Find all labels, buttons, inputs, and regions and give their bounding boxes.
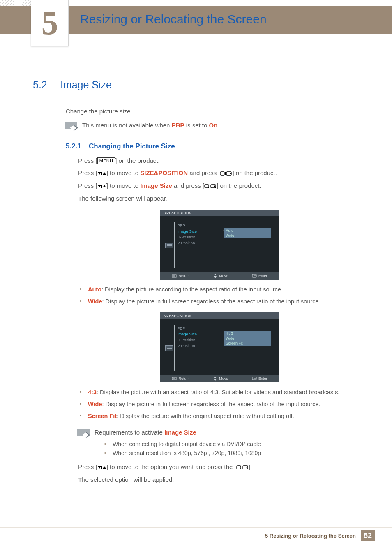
bullets-a: Auto: Display the picture according to t… (78, 285, 374, 306)
svg-rect-1 (220, 172, 224, 175)
section-number: 5.2 (33, 79, 47, 90)
osd-option: Auto (224, 228, 271, 233)
closing-steps: Press [] to move to the option you want … (78, 462, 374, 484)
svg-rect-0 (101, 172, 102, 175)
list-item: Wide: Display the picture in full screen… (78, 400, 374, 409)
req-term: Image Size (164, 429, 196, 436)
req-lead: Requirements to activate Image Size (95, 428, 374, 437)
osd-option-box: 4 : 3 Wide Screen Fit (224, 331, 271, 346)
note-row: This menu is not available when PBP is s… (65, 121, 374, 130)
step2-target: SIZE&POSITION (140, 169, 188, 176)
chapter-badge: 5 (31, 0, 69, 46)
section-intro: Change the picture size. (66, 107, 374, 116)
step-4: The following screen will appear. (78, 194, 374, 203)
source-enter-icon (236, 465, 249, 470)
osd-enter-hint: Enter (252, 274, 267, 278)
osd-title: SIZE&POSITION (160, 210, 279, 216)
step-3: Press [] to move to Image Size and press… (78, 181, 374, 190)
source-enter-icon (204, 184, 217, 189)
osd-option: 4 : 3 (224, 331, 271, 336)
osd-category-icon (165, 345, 173, 351)
chapter-number: 5 (42, 6, 58, 40)
osd-footer: Return Move Enter (160, 375, 279, 382)
closing-2: The selected option will be applied. (78, 475, 374, 484)
down-up-icon (97, 465, 106, 470)
steps: Press [MENU] on the product. Press [] to… (78, 156, 374, 203)
osd-title: SIZE&POSITION (160, 312, 279, 319)
osd-menu-item-active: Image Size (178, 332, 219, 336)
osd-option: Wide (224, 233, 271, 238)
svg-point-4 (230, 173, 231, 174)
list-item: Screen Fit: Display the picture with the… (78, 412, 374, 421)
svg-rect-7 (210, 185, 210, 188)
source-enter-icon (220, 171, 232, 176)
note-pbp: PBP (172, 122, 184, 129)
osd-enter-hint: Enter (252, 377, 267, 381)
step-1: Press [MENU] on the product. (78, 156, 374, 165)
osd-return-hint: Return (172, 274, 189, 278)
note-suffix: . (217, 122, 219, 129)
list-item: 4:3: Display the picture with an aspect … (78, 388, 374, 397)
svg-rect-18 (101, 466, 102, 469)
requirements-note: Requirements to activate Image Size When… (77, 428, 374, 459)
osd-menu-item: PBP (178, 326, 219, 331)
svg-rect-6 (205, 185, 209, 188)
bullets-b: 4:3: Display the picture with an aspect … (78, 388, 374, 421)
down-up-icon (97, 184, 106, 189)
osd-footer: Return Move Enter (160, 272, 279, 280)
page-footer: 5 Resizing or Relocating the Screen 52 (0, 527, 392, 541)
osd-menu-item: H-Position (178, 235, 219, 239)
svg-rect-14 (172, 377, 176, 380)
note-icon (77, 429, 90, 436)
svg-rect-19 (237, 466, 241, 469)
list-item: When connecting to digital output device… (103, 441, 374, 447)
osd-menu-item: V-Position (178, 343, 219, 348)
osd-menu-item: V-Position (178, 240, 219, 245)
osd-move-hint: Move (213, 377, 228, 381)
list-item: Auto: Display the picture according to t… (78, 285, 374, 294)
closing-1: Press [] to move to the option you want … (78, 462, 374, 472)
osd-category-icon (165, 243, 173, 248)
svg-rect-20 (242, 466, 242, 469)
list-item: When signal resolution is 480p, 576p , 7… (103, 450, 374, 456)
note-on: On (209, 122, 218, 129)
osd-move-hint: Move (213, 274, 228, 278)
footer-page-number: 52 (361, 530, 375, 541)
note-prefix: This menu is not available when (82, 122, 172, 129)
svg-rect-5 (101, 185, 102, 188)
step-2: Press [] to move to SIZE&POSITION and pr… (78, 169, 374, 178)
svg-rect-2 (225, 172, 226, 175)
down-up-icon (97, 171, 106, 176)
osd-return-hint: Return (172, 377, 189, 381)
subsection-heading: 5.2.1 Changing the Picture Size (66, 142, 374, 150)
osd-option: Screen Fit (224, 341, 271, 346)
list-item: Wide: Display the picture in full screen… (78, 297, 374, 306)
chapter-title: Resizing or Relocating the Screen (80, 12, 267, 26)
note-icon (65, 122, 77, 129)
section-heading: 5.2 Image Size (33, 79, 112, 91)
section-title: Image Size (60, 79, 112, 90)
svg-rect-10 (172, 275, 176, 277)
svg-point-22 (246, 467, 247, 468)
subsection-title: Changing the Picture Size (89, 142, 175, 150)
osd-menu-item: H-Position (178, 338, 219, 342)
svg-point-9 (214, 186, 216, 187)
content-area: Change the picture size. This menu is no… (66, 103, 374, 488)
osd-option: Wide (224, 336, 271, 341)
subsection-number: 5.2.1 (66, 142, 81, 150)
step3-target: Image Size (140, 182, 172, 189)
osd-menu-item-active: Image Size (178, 229, 219, 234)
note-text: This menu is not available when PBP is s… (82, 121, 219, 130)
osd-screenshot-2: SIZE&POSITION PBP Image Size H-Position … (160, 312, 279, 382)
menu-button-label: MENU (97, 157, 115, 164)
footer-text: 5 Resizing or Relocating the Screen (265, 533, 356, 539)
osd-menu-item: PBP (178, 223, 219, 228)
osd-option-box: Auto Wide (224, 228, 271, 238)
note-mid: is set to (184, 122, 209, 129)
req-items: When connecting to digital output device… (103, 441, 374, 456)
osd-screenshot-1: SIZE&POSITION PBP Image Size H-Position … (160, 210, 279, 280)
